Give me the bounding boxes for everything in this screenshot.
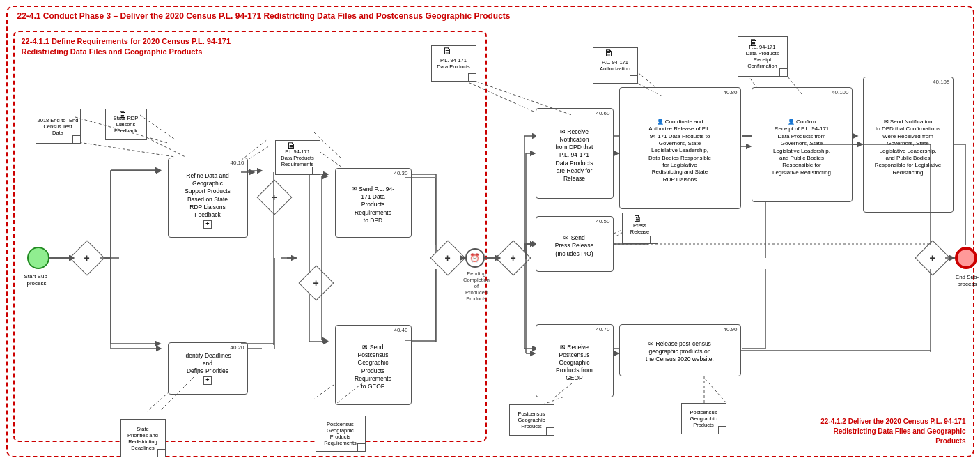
doc-pl94-authorization: P.L. 94-171Authorization: [593, 47, 638, 84]
end-label: End Sub-process: [947, 274, 981, 287]
task-40-30[interactable]: 40.30 ✉ Send P.L. 94-171 DataProductsReq…: [335, 168, 412, 238]
svg-line-98: [614, 230, 622, 234]
doc-receipt-confirmation: P.L. 94-171Data ProductsReceiptConfirmat…: [738, 36, 788, 77]
task-40-60[interactable]: 40.60 ✉ ReceiveNotificationfrom DPD that…: [536, 108, 614, 199]
end-event: [955, 247, 977, 269]
gateway-4: +: [435, 245, 460, 270]
doc-state-priorities: StatePriorities andRedistrictingDeadline…: [120, 419, 166, 457]
task-40-90[interactable]: 40.90 ✉ Release post-censusgeographic pr…: [619, 324, 741, 376]
section-22-4-1-2: 22-4.1.2 Deliver the 2020 Census P.L. 94…: [813, 417, 966, 446]
outer-title: 22-4.1 Conduct Phase 3 – Deliver the 202…: [17, 11, 511, 21]
gateway-final-join: +: [920, 245, 945, 270]
doc-postcensus-req: PostcensusGeographicProductsRequirements: [316, 416, 366, 452]
doc-pl94-data-products: P.L. 94-171Data Products: [431, 45, 476, 82]
inner-title: 22-4.1.1 Define Requirements for 2020 Ce…: [22, 36, 231, 58]
task-40-70[interactable]: 40.70 ✉ ReceivePostcensusGeographicProdu…: [536, 324, 614, 397]
pending-completion-event: ⏰: [465, 248, 485, 268]
pending-label: PendingCompletionofProducedProducts: [451, 270, 503, 302]
doc-postcensus-geo-2: PostcensusGeographicProducts: [681, 403, 726, 434]
task-40-50[interactable]: 40.50 ✉ SendPress Release(Includes PIO): [536, 216, 614, 272]
task-40-40[interactable]: 40.40 ✉ SendPostcensusGeographicProducts…: [335, 325, 412, 405]
task-40-80[interactable]: 40.80 👤 Coordinate andAuthorize Release …: [619, 87, 741, 209]
task-40-100[interactable]: 40.100 👤 ConfirmReceipt of P.L. 94-171Da…: [752, 87, 853, 202]
doc-2018-data: 2018 End-to- End Census Test Data: [36, 109, 81, 144]
task-40-20[interactable]: 40.20 Identify DeadlinesandDefine Priori…: [168, 342, 248, 395]
doc-pl94-req: P.L.94-171Data ProductsRequirements: [275, 140, 320, 175]
inner-process-container: 22-4.1.1 Define Requirements for 2020 Ce…: [13, 31, 487, 442]
gateway-3: +: [304, 270, 329, 296]
gateway-2a: +: [262, 185, 287, 210]
outer-process-container: 22-4.1 Conduct Phase 3 – Deliver the 202…: [6, 6, 974, 457]
task-40-10[interactable]: 40.10 Refine Data andGeographicSupport P…: [168, 158, 248, 238]
gateway-5: +: [501, 245, 526, 270]
task-40-105[interactable]: 40.105 ✉ Send Notificationto DPD that Co…: [863, 77, 954, 213]
doc-postcensus-geo-1: PostcensusGeographicProducts: [509, 404, 554, 436]
svg-line-97: [704, 378, 726, 403]
